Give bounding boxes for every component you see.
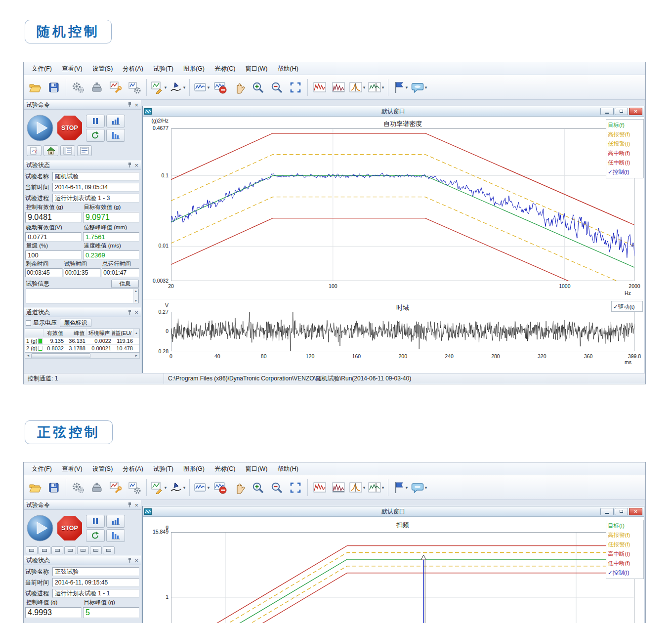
menu-item-1[interactable]: 查看(V) (57, 62, 87, 75)
sweep-chart-panel[interactable]: 扫频 g 目标(f)高报警(f)低报警(f)高中断(f)低中断(f)✓控制(f)… (143, 517, 644, 623)
restart-button[interactable] (86, 129, 105, 142)
minimize-button[interactable] (600, 508, 614, 515)
zoom-in-button[interactable] (249, 478, 267, 498)
column-header[interactable]: 有效值 (43, 329, 65, 337)
dropdown-arrow-icon[interactable]: ▾ (425, 485, 427, 490)
close-icon[interactable]: × (134, 557, 138, 564)
chart-window-titlebar[interactable]: 默认窗口 × (143, 506, 644, 517)
show-voltage-checkbox[interactable]: 显示电压 (26, 319, 57, 327)
flag-button[interactable]: ▾ (391, 78, 409, 97)
mini-button[interactable] (26, 546, 38, 554)
zoom-in-button[interactable] (249, 78, 267, 97)
mini-button[interactable] (103, 546, 115, 554)
graph-setup-button[interactable]: ▾ (150, 478, 168, 498)
legend-entry[interactable]: 目标(f) (608, 521, 642, 531)
annotation-button[interactable]: ▾ (168, 478, 186, 498)
pan-button[interactable] (230, 78, 248, 97)
checkbox-box[interactable] (26, 320, 31, 326)
close-button[interactable]: × (629, 108, 642, 115)
annotation-button[interactable]: ▾ (168, 78, 186, 97)
dropdown-arrow-icon[interactable]: ▾ (425, 85, 427, 90)
menu-item-5[interactable]: 图形(G) (178, 62, 210, 75)
dropdown-arrow-icon[interactable]: ▾ (208, 485, 210, 490)
column-header[interactable]: 增益(EU/ (112, 329, 133, 337)
stop-button[interactable]: STOP (57, 115, 83, 141)
scroll-up-button[interactable]: ▲ (133, 329, 139, 337)
column-header[interactable]: 峰值 (65, 329, 86, 337)
zoom-out-button[interactable] (268, 478, 286, 498)
analysis-settings-button[interactable] (107, 78, 125, 97)
legend-entry[interactable]: ✓控制(f) (608, 167, 642, 177)
new-scope-button[interactable]: ▾ (193, 78, 210, 97)
legend-entry[interactable]: 高中断(f) (608, 149, 642, 158)
view-list-button[interactable] (60, 145, 75, 156)
pin-icon[interactable] (127, 502, 132, 508)
time-chart[interactable] (171, 312, 634, 351)
dropdown-arrow-icon[interactable]: ▾ (208, 85, 210, 90)
channel-row[interactable]: 2 (g)0.80323.17880.0002110.478 (25, 345, 139, 352)
dropdown-arrow-icon[interactable]: ▾ (183, 485, 186, 490)
menu-item-3[interactable]: 分析(A) (118, 62, 148, 75)
scrollbar[interactable]: ▲▼ (133, 289, 138, 303)
stop-display-button[interactable] (211, 478, 229, 498)
menu-item-1[interactable]: 查看(V) (57, 462, 87, 475)
pin-icon[interactable] (127, 162, 132, 168)
menu-item-8[interactable]: 帮助(H) (273, 462, 303, 475)
menu-item-2[interactable]: 设置(S) (87, 462, 118, 475)
legend-entry[interactable]: 高报警(f) (608, 130, 642, 139)
mini-button[interactable] (64, 546, 76, 554)
graph-setup-button[interactable]: ▾ (150, 78, 168, 97)
save-button[interactable] (45, 478, 63, 498)
horizontal-scrollbar[interactable]: ◄► (25, 353, 140, 359)
system-settings-button[interactable] (69, 478, 87, 498)
scroll-right-arrow[interactable]: ► (133, 354, 139, 357)
spectrum-view-2-button[interactable] (330, 478, 347, 498)
dropdown-arrow-icon[interactable]: ▾ (382, 485, 384, 490)
minimize-button[interactable] (600, 108, 614, 115)
mini-button[interactable] (77, 546, 89, 554)
waveform-marker-button[interactable]: ▾ (367, 478, 385, 498)
dropdown-arrow-icon[interactable]: ▾ (183, 85, 186, 90)
report-button[interactable]: 2? (27, 145, 42, 156)
message-button[interactable]: ▾ (410, 78, 428, 97)
waveform-marker-button[interactable]: ▾ (367, 78, 385, 97)
legend-entry[interactable]: 低报警(f) (608, 139, 642, 149)
close-icon[interactable]: × (134, 102, 138, 108)
legend-entry[interactable]: 目标(f) (608, 121, 642, 130)
restart-button[interactable] (86, 529, 105, 542)
drive-legend[interactable]: ✓驱动(t) (611, 301, 643, 312)
analysis-settings-button[interactable] (107, 478, 125, 498)
legend-entry[interactable]: 高报警(f) (608, 531, 642, 540)
shaker-settings-button[interactable] (88, 78, 106, 97)
peak-cursor-button[interactable]: ▾ (348, 478, 366, 498)
menu-item-7[interactable]: 窗口(W) (240, 62, 272, 75)
dropdown-arrow-icon[interactable]: ▾ (363, 485, 366, 490)
menu-item-4[interactable]: 试验(T) (148, 462, 178, 475)
color-id-button[interactable]: 颜色标识 (60, 319, 91, 327)
spectrum-view-button[interactable] (311, 78, 329, 97)
pan-button[interactable] (230, 478, 248, 498)
level-down-button[interactable] (106, 529, 125, 542)
stop-button[interactable]: STOP (57, 515, 83, 541)
menu-item-2[interactable]: 设置(S) (87, 62, 118, 75)
level-up-button[interactable] (106, 115, 125, 127)
menu-item-4[interactable]: 试验(T) (148, 62, 178, 75)
scroll-thumb[interactable] (31, 353, 90, 358)
fit-view-button[interactable] (287, 478, 304, 498)
legend-entry[interactable]: ✓控制(f) (608, 568, 642, 578)
play-button[interactable] (27, 515, 53, 541)
peak-cursor-button[interactable]: ▾ (348, 78, 366, 97)
dropdown-arrow-icon[interactable]: ▾ (406, 485, 408, 490)
menu-item-8[interactable]: 帮助(H) (273, 62, 303, 75)
menu-item-0[interactable]: 文件(F) (27, 462, 57, 475)
mini-button[interactable] (51, 546, 63, 554)
save-button[interactable] (45, 78, 63, 97)
home-button[interactable] (43, 145, 58, 156)
pin-icon[interactable] (127, 557, 132, 563)
legend-entry[interactable]: 低中断(f) (608, 559, 642, 568)
dropdown-arrow-icon[interactable]: ▾ (406, 85, 408, 90)
pin-icon[interactable] (127, 309, 132, 315)
control-settings-button[interactable] (126, 78, 143, 97)
legend-entry[interactable]: 低报警(f) (608, 540, 642, 549)
open-button[interactable] (26, 78, 44, 97)
